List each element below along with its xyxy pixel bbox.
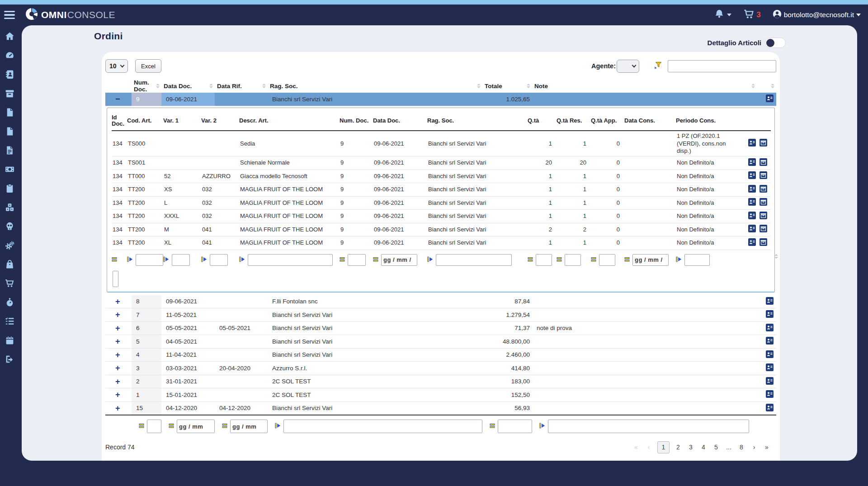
- orders-filter-input[interactable]: [177, 420, 215, 433]
- contact-card-icon[interactable]: [748, 238, 756, 248]
- agente-select[interactable]: [617, 60, 639, 73]
- detail-row[interactable]: 134TT200L032 MAGLIA FRUIT OF THE LOOM909…: [112, 197, 771, 210]
- invoice-icon[interactable]: [5, 145, 15, 156]
- archive-box-icon[interactable]: [760, 212, 767, 221]
- contact-card-icon[interactable]: [748, 139, 756, 148]
- detail-col-header[interactable]: Periodo Cons.: [676, 118, 738, 124]
- detail-col-header[interactable]: Cod. Art.: [127, 118, 163, 124]
- detail-filter-input[interactable]: [136, 254, 163, 266]
- sort-icon[interactable]: [477, 84, 481, 88]
- detail-row[interactable]: 134TT00052AZZURRO Giacca modello Tecnoso…: [112, 170, 771, 184]
- page-number[interactable]: 5: [712, 444, 720, 451]
- page-number[interactable]: 8: [737, 444, 745, 451]
- detail-filter-input[interactable]: [172, 254, 190, 266]
- contact-card-icon[interactable]: [748, 198, 756, 208]
- detail-col-header[interactable]: Id Doc.: [112, 114, 127, 128]
- page-number[interactable]: 1: [657, 441, 670, 453]
- contact-card-icon[interactable]: [766, 350, 774, 359]
- detail-col-header[interactable]: Data Cons.: [624, 118, 676, 124]
- detail-col-header[interactable]: Var. 2: [201, 118, 239, 124]
- filter-mode-icon[interactable]: [539, 422, 546, 430]
- page-first[interactable]: «: [632, 444, 640, 451]
- detail-articles-toggle[interactable]: [765, 38, 786, 48]
- detail-col-header[interactable]: Num. Doc.: [340, 118, 373, 124]
- contact-card-icon[interactable]: [766, 297, 774, 306]
- detail-filter-input[interactable]: [436, 254, 512, 266]
- filter-mode-icon[interactable]: [373, 256, 379, 264]
- expand-row-button[interactable]: +: [110, 404, 120, 412]
- sort-icon[interactable]: [751, 84, 755, 88]
- shopping-bag-icon[interactable]: [5, 259, 15, 269]
- menu-icon[interactable]: [4, 11, 15, 19]
- detail-row[interactable]: 134TT200M041 MAGLIA FRUIT OF THE LOOM909…: [112, 223, 771, 237]
- filter-mode-icon[interactable]: [239, 256, 245, 264]
- order-row[interactable]: + 15 04-12-2020 04-12-2020 Bianchi srl S…: [105, 402, 776, 415]
- detail-filter-input[interactable]: [210, 254, 228, 266]
- contact-card-icon[interactable]: [748, 225, 756, 234]
- detail-filter-input[interactable]: [632, 254, 669, 266]
- filter-mode-icon[interactable]: [591, 256, 597, 264]
- logout-icon[interactable]: [5, 354, 15, 364]
- contact-card-icon[interactable]: [748, 158, 756, 168]
- cubes-icon[interactable]: [5, 202, 15, 212]
- detail-filter-input[interactable]: [536, 254, 552, 266]
- archive-box-icon[interactable]: [760, 238, 767, 248]
- filter-mode-icon[interactable]: [163, 256, 170, 264]
- detail-filter-input[interactable]: [248, 254, 333, 266]
- calendar-icon[interactable]: [5, 335, 15, 345]
- filter-mode-icon[interactable]: [222, 422, 228, 430]
- contact-card-icon[interactable]: [766, 337, 774, 346]
- orders-filter-input[interactable]: [230, 420, 268, 433]
- orders-filter-input[interactable]: [498, 420, 532, 433]
- page-number[interactable]: ...: [725, 444, 733, 451]
- tasks-icon[interactable]: [5, 316, 15, 326]
- contact-card-icon[interactable]: [748, 185, 756, 194]
- order-row[interactable]: + 7 11-05-2021 Bianchi srl Servizi Vari …: [105, 308, 776, 322]
- order-row[interactable]: + 5 04-05-2021 Bianchi srl Servizi Vari …: [105, 335, 776, 349]
- excel-export-button[interactable]: Excel: [135, 59, 161, 73]
- contact-card-icon[interactable]: [766, 363, 774, 373]
- money-icon[interactable]: [5, 164, 15, 175]
- filter-mode-icon[interactable]: [528, 256, 533, 264]
- sort-icon[interactable]: [156, 84, 160, 88]
- expand-row-button[interactable]: +: [110, 391, 120, 399]
- user-menu[interactable]: bortolotto@tecnosoft.it: [773, 9, 861, 20]
- sort-icon[interactable]: [771, 84, 774, 88]
- order-row[interactable]: + 1 15-01-2021 2C SOL TEST 152,50: [105, 388, 776, 402]
- cart-button[interactable]: 3: [743, 9, 760, 21]
- contact-card-icon[interactable]: [748, 212, 756, 221]
- sort-icon[interactable]: [527, 84, 530, 88]
- page-number[interactable]: 4: [699, 444, 708, 451]
- notifications-button[interactable]: [714, 9, 731, 21]
- page-prev[interactable]: ‹: [645, 444, 653, 451]
- expand-row-button[interactable]: +: [110, 364, 120, 372]
- contact-card-icon[interactable]: [766, 310, 774, 319]
- detail-col-header[interactable]: Q.tà App.: [591, 118, 624, 124]
- filter-mode-icon[interactable]: [676, 256, 682, 264]
- filter-mode-icon[interactable]: [557, 256, 562, 264]
- sort-icon[interactable]: [209, 84, 213, 88]
- detail-filter-input[interactable]: [684, 254, 710, 266]
- home-icon[interactable]: [5, 31, 15, 42]
- filter-mode-icon[interactable]: [112, 256, 118, 264]
- orders-col-header[interactable]: Totale: [482, 79, 532, 93]
- expand-row-button[interactable]: +: [110, 297, 120, 306]
- contact-card-icon[interactable]: [766, 94, 774, 104]
- detail-col-header[interactable]: Q.tà Res.: [557, 118, 591, 124]
- filter-mode-icon[interactable]: [624, 256, 630, 264]
- archive-box-icon[interactable]: [760, 185, 767, 194]
- orders-filter-input[interactable]: [147, 420, 161, 433]
- detail-row[interactable]: 134TT200XXXL032 MAGLIA FRUIT OF THE LOOM…: [112, 210, 771, 223]
- sort-icon[interactable]: [774, 254, 778, 259]
- contact-card-icon[interactable]: [748, 171, 756, 181]
- dashboard-icon[interactable]: [5, 50, 15, 61]
- detail-filter-input[interactable]: [381, 254, 417, 266]
- page-size-select[interactable]: 10: [105, 59, 128, 73]
- archive-icon[interactable]: [5, 88, 15, 99]
- archive-box-icon[interactable]: [760, 198, 767, 208]
- filter-mode-icon[interactable]: [490, 422, 495, 430]
- orders-col-header[interactable]: Num. Doc.: [132, 79, 161, 93]
- filter-mode-icon[interactable]: [139, 422, 145, 430]
- detail-filter-input-idDoc[interactable]: [113, 271, 118, 287]
- clipboard-icon[interactable]: [5, 183, 15, 193]
